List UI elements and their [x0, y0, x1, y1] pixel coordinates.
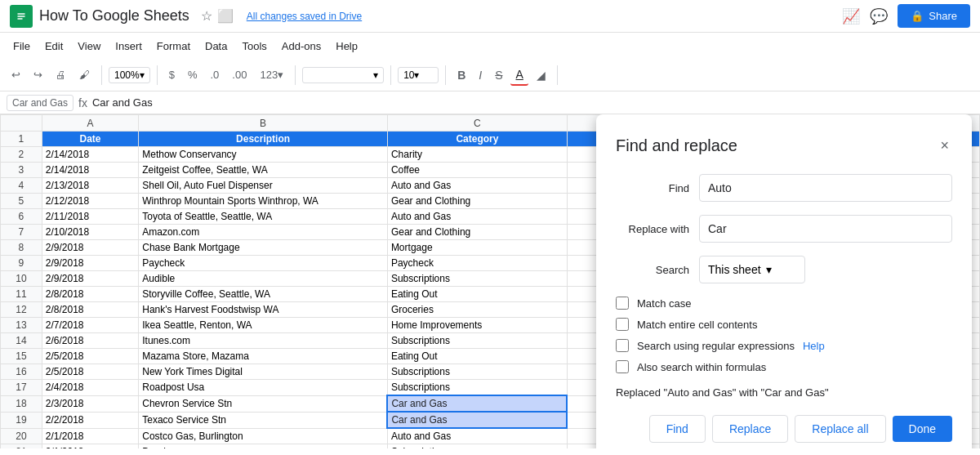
cell-a-19[interactable]: 2/2/2018 [42, 412, 138, 428]
cell-b-18[interactable]: Chevron Service Stn [139, 395, 388, 412]
cell-b-19[interactable]: Texaco Service Stn [139, 412, 388, 428]
cell-c-18[interactable]: Car and Gas [387, 395, 567, 412]
cell-a-18[interactable]: 2/3/2018 [42, 395, 138, 412]
font-size-selector[interactable]: 10▾ [398, 67, 439, 83]
cell-b-20[interactable]: Costco Gas, Burlington [139, 428, 388, 444]
cell-c-14[interactable]: Subscriptions [387, 333, 567, 349]
match-case-checkbox[interactable] [616, 297, 629, 310]
cell-ref[interactable]: Car and Gas [7, 95, 74, 111]
replace-input[interactable] [699, 215, 952, 243]
formula-value[interactable]: Car and Gas [92, 96, 153, 109]
italic-btn[interactable]: I [474, 65, 487, 85]
menu-tools[interactable]: Tools [235, 37, 273, 56]
strikethrough-btn[interactable]: S [490, 65, 507, 85]
replace-all-btn[interactable]: Replace all [795, 415, 885, 443]
menu-format[interactable]: Format [150, 37, 197, 56]
header-date[interactable]: Date [42, 132, 138, 147]
cell-a-15[interactable]: 2/5/2018 [42, 349, 138, 364]
undo-btn[interactable]: ↩ [7, 65, 25, 84]
cell-c-17[interactable]: Subscriptions [387, 380, 567, 396]
cell-a-6[interactable]: 2/11/2018 [42, 209, 138, 225]
cell-b-9[interactable]: Paycheck [139, 256, 388, 271]
cell-a-9[interactable]: 2/9/2018 [42, 256, 138, 271]
cell-c-7[interactable]: Gear and Clothing [387, 225, 567, 240]
cell-a-8[interactable]: 2/9/2018 [42, 240, 138, 256]
cell-c-20[interactable]: Auto and Gas [387, 428, 567, 444]
fill-color-btn[interactable]: ◢ [532, 65, 550, 85]
cell-a-13[interactable]: 2/7/2018 [42, 318, 138, 333]
redo-btn[interactable]: ↪ [29, 65, 47, 84]
drive-icon[interactable]: ⬜ [217, 8, 234, 24]
cell-a-14[interactable]: 2/6/2018 [42, 333, 138, 349]
cell-a-4[interactable]: 2/13/2018 [42, 178, 138, 194]
print-btn[interactable]: 🖨 [51, 65, 71, 84]
menu-addons[interactable]: Add-ons [275, 37, 327, 56]
cell-b-4[interactable]: Shell Oil, Auto Fuel Dispenser [139, 178, 388, 194]
regex-checkbox[interactable] [616, 339, 629, 352]
dialog-close-btn[interactable]: × [937, 134, 952, 158]
share-button[interactable]: 🔒 Share [898, 4, 970, 28]
cell-b-14[interactable]: Itunes.com [139, 333, 388, 349]
cell-c-4[interactable]: Auto and Gas [387, 178, 567, 194]
cell-b-11[interactable]: Storyville Coffee, Seattle, WA [139, 287, 388, 302]
cell-b-12[interactable]: Hank's Harvest Foodstwisp WA [139, 302, 388, 318]
cell-b-16[interactable]: New York Times Digital [139, 364, 388, 380]
cell-a-11[interactable]: 2/8/2018 [42, 287, 138, 302]
cell-c-3[interactable]: Coffee [387, 163, 567, 178]
col-header-b[interactable]: B [139, 115, 388, 132]
cell-b-17[interactable]: Roadpost Usa [139, 380, 388, 396]
search-dropdown[interactable]: This sheet ▾ [699, 256, 805, 283]
col-header-c[interactable]: C [387, 115, 567, 132]
cell-b-6[interactable]: Toyota of Seattle, Seattle, WA [139, 209, 388, 225]
menu-edit[interactable]: Edit [38, 37, 69, 56]
font-family-selector[interactable]: ▾ [302, 67, 384, 83]
cell-a-20[interactable]: 2/1/2018 [42, 428, 138, 444]
cell-c-2[interactable]: Charity [387, 147, 567, 163]
cell-b-2[interactable]: Methow Conservancy [139, 147, 388, 163]
find-btn[interactable]: Find [649, 415, 706, 443]
cell-c-21[interactable]: Subscriptions [387, 444, 567, 449]
cell-b-7[interactable]: Amazon.com [139, 225, 388, 240]
cell-c-8[interactable]: Mortgage [387, 240, 567, 256]
cell-b-15[interactable]: Mazama Store, Mazama [139, 349, 388, 364]
cell-a-5[interactable]: 2/12/2018 [42, 194, 138, 209]
cell-a-16[interactable]: 2/5/2018 [42, 364, 138, 380]
cell-a-2[interactable]: 2/14/2018 [42, 147, 138, 163]
bold-btn[interactable]: B [452, 65, 470, 85]
cell-c-19[interactable]: Car and Gas [387, 412, 567, 428]
cell-c-12[interactable]: Groceries [387, 302, 567, 318]
cell-c-5[interactable]: Gear and Clothing [387, 194, 567, 209]
cell-b-5[interactable]: Winthrop Mountain Sports Winthrop, WA [139, 194, 388, 209]
cell-b-13[interactable]: Ikea Seattle, Renton, WA [139, 318, 388, 333]
chart-icon[interactable]: 📈 [842, 7, 860, 25]
cell-b-3[interactable]: Zeitgeist Coffee, Seattle, WA [139, 163, 388, 178]
decimal-less-btn[interactable]: .0 [206, 65, 225, 84]
cell-b-21[interactable]: Dropbox [139, 444, 388, 449]
cell-c-15[interactable]: Eating Out [387, 349, 567, 364]
cell-a-12[interactable]: 2/8/2018 [42, 302, 138, 318]
cell-a-10[interactable]: 2/9/2018 [42, 271, 138, 287]
format-type-btn[interactable]: 123▾ [255, 65, 288, 84]
cell-b-10[interactable]: Audible [139, 271, 388, 287]
cell-b-8[interactable]: Chase Bank Mortgage [139, 240, 388, 256]
cell-a-7[interactable]: 2/10/2018 [42, 225, 138, 240]
menu-data[interactable]: Data [198, 37, 234, 56]
done-btn[interactable]: Done [893, 416, 952, 442]
cell-c-9[interactable]: Paycheck [387, 256, 567, 271]
currency-btn[interactable]: $ [164, 65, 180, 84]
decimal-more-btn[interactable]: .00 [227, 65, 252, 84]
replace-btn[interactable]: Replace [712, 415, 788, 443]
cell-a-17[interactable]: 2/4/2018 [42, 380, 138, 396]
cell-c-10[interactable]: Subscriptions [387, 271, 567, 287]
cell-c-13[interactable]: Home Improvements [387, 318, 567, 333]
menu-view[interactable]: View [71, 37, 107, 56]
underline-btn[interactable]: A [510, 65, 528, 86]
match-entire-checkbox[interactable] [616, 318, 629, 331]
regex-help-link[interactable]: Help [803, 340, 825, 352]
header-category[interactable]: Category [387, 132, 567, 147]
zoom-selector[interactable]: 100%▾ [109, 67, 150, 83]
menu-file[interactable]: File [7, 37, 37, 56]
percent-btn[interactable]: % [183, 65, 203, 84]
paint-format-btn[interactable]: 🖌 [74, 65, 95, 84]
find-input[interactable] [699, 174, 952, 202]
